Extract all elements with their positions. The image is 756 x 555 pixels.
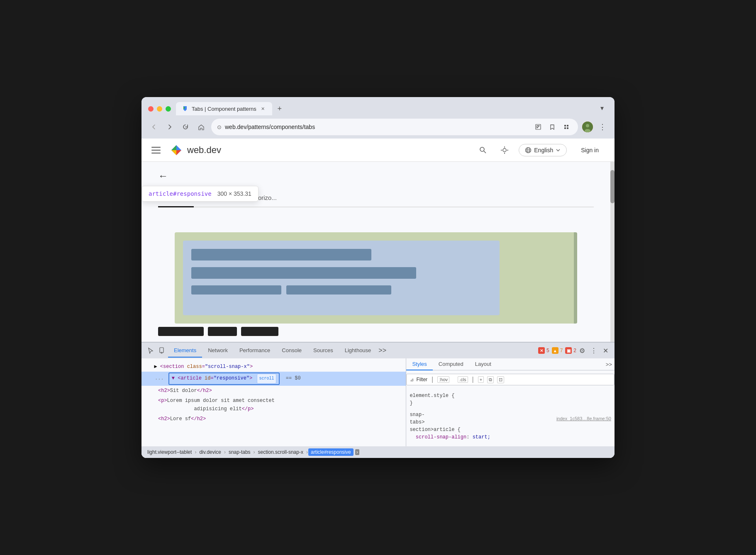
- tab-labels-container: Responsive Accessible Horizo... article#…: [141, 190, 610, 207]
- main-content: ← Responsive Accessible Horizo... articl…: [141, 162, 610, 342]
- minimize-button[interactable]: [157, 106, 162, 112]
- filter-toggle-button[interactable]: ⊡: [497, 376, 504, 383]
- devtools-body: ▶ <section class="scroll-snap-x"> ... ▼ …: [141, 358, 615, 446]
- devtools-tab-performance[interactable]: Performance: [234, 344, 276, 358]
- webdev-logo[interactable]: web.dev: [170, 144, 221, 157]
- status-badges: ✕ 5 ▲ 7 ▣ 2: [538, 347, 576, 354]
- back-button[interactable]: [148, 121, 160, 133]
- tab-close-button[interactable]: ✕: [260, 105, 266, 112]
- dom-text-p: Lorem ipsum dolor sit amet consectet adi…: [158, 398, 275, 412]
- svg-point-16: [503, 148, 506, 152]
- dom-line-section[interactable]: ▶ <section class="scroll-snap-x">: [141, 362, 406, 372]
- filter-hov-button[interactable]: :hov: [437, 376, 449, 383]
- styles-snap-src[interactable]: index_1c583…8e.frame:50: [556, 416, 611, 421]
- hamburger-icon: [151, 153, 161, 153]
- bookmark-icon[interactable]: [546, 121, 558, 133]
- dom-line-article[interactable]: ... ▼ <article id="responsive"> scroll =…: [141, 372, 406, 386]
- breadcrumb-section[interactable]: section.scroll-snap-x: [256, 448, 306, 456]
- scrollbar-thumb: [610, 170, 615, 203]
- devtools-tab-sources[interactable]: Sources: [307, 344, 339, 358]
- styles-more-button[interactable]: >>: [603, 359, 615, 370]
- language-selector[interactable]: English: [519, 144, 567, 156]
- demo-nav-tab-2: [208, 327, 237, 336]
- hamburger-button[interactable]: [150, 144, 163, 157]
- extensions-icon[interactable]: [561, 121, 572, 133]
- profile-avatar[interactable]: [582, 122, 593, 132]
- scroll-badge[interactable]: scroll: [257, 374, 276, 384]
- devtools-panel: Elements Network Performance Console Sou…: [141, 342, 615, 458]
- breadcrumb-arrow-2: ›: [224, 449, 226, 455]
- language-chevron-icon: [556, 148, 561, 153]
- open-external-icon[interactable]: [532, 121, 544, 133]
- svg-line-15: [484, 151, 486, 153]
- svg-rect-4: [567, 125, 568, 127]
- dom-ellipsis[interactable]: ...: [155, 375, 164, 381]
- info-badge[interactable]: ▣ 2: [565, 347, 576, 354]
- warning-badge[interactable]: ▲ 7: [552, 347, 563, 354]
- back-arrow-button[interactable]: ←: [158, 170, 168, 182]
- maximize-button[interactable]: [166, 106, 171, 112]
- webpage-area: web.dev English Sign in ←: [141, 139, 615, 458]
- devtools-toolbar: Elements Network Performance Console Sou…: [141, 343, 615, 358]
- breadcrumb-arrow-right[interactable]: ›: [355, 449, 359, 455]
- new-tab-button[interactable]: +: [274, 103, 285, 114]
- filter-add-button[interactable]: +: [478, 376, 484, 383]
- devtools-close-icon[interactable]: ✕: [600, 345, 611, 356]
- devtools-device-icon[interactable]: [156, 345, 168, 356]
- home-button[interactable]: [195, 121, 207, 133]
- breadcrumb-snaptabs[interactable]: snap-tabs: [226, 448, 253, 456]
- filter-separator: |: [432, 376, 433, 383]
- devtools-more-options-icon[interactable]: ⋮: [588, 345, 600, 356]
- filter-cls-button[interactable]: .cls: [458, 376, 468, 383]
- demo-block-row: [191, 285, 491, 295]
- dom-line-p[interactable]: <p>Lorem ipsum dolor sit amet consectet …: [141, 396, 406, 414]
- filter-copy-button[interactable]: ⧉: [487, 376, 494, 383]
- url-bar[interactable]: ⊙ web.dev/patterns/components/tabs: [211, 119, 578, 135]
- dom-tag-h2: <h2>: [158, 388, 170, 394]
- devtools-tab-elements[interactable]: Elements: [168, 344, 202, 358]
- breadcrumb-article[interactable]: article#responsive: [308, 448, 354, 456]
- more-options-button[interactable]: ⋮: [597, 122, 608, 131]
- tabs-bar: Tabs | Component patterns ✕ +: [176, 102, 591, 115]
- breadcrumb-viewport[interactable]: light.viewport--tablet: [145, 448, 194, 456]
- tooltip-selector: article#responsive: [149, 190, 212, 197]
- styles-tab-layout[interactable]: Layout: [469, 358, 497, 370]
- reload-button[interactable]: [180, 121, 191, 133]
- dom-line-h2-lore[interactable]: <h2>Lore sf</h2>: [141, 414, 406, 424]
- styles-rule-snap-header: snap-tabs> index_1c583…8e.frame:50: [410, 411, 611, 426]
- page-scrollbar[interactable]: [610, 162, 615, 342]
- forward-button[interactable]: [164, 121, 176, 133]
- styles-tab-computed[interactable]: Computed: [433, 358, 469, 370]
- warning-count: 7: [560, 348, 563, 353]
- devtools-more-tabs[interactable]: >>: [377, 347, 388, 354]
- dom-line-h2[interactable]: <h2>Sit dolor</h2>: [141, 386, 406, 396]
- chevron-down-icon[interactable]: ▾: [596, 102, 608, 114]
- close-button[interactable]: [148, 106, 154, 112]
- styles-tab-styles[interactable]: Styles: [406, 358, 432, 370]
- dom-selected-element[interactable]: ▼ <article id="responsive"> scroll: [168, 372, 280, 385]
- devtools-tab-lighthouse[interactable]: Lighthouse: [339, 344, 377, 358]
- error-badge[interactable]: ✕ 5: [538, 347, 549, 354]
- devtools-tab-console[interactable]: Console: [276, 344, 307, 358]
- browser-tab-active[interactable]: Tabs | Component patterns ✕: [176, 102, 272, 115]
- styles-element-style: element.style {: [410, 392, 611, 399]
- error-count: 5: [546, 348, 549, 353]
- breadcrumb-device[interactable]: div.device: [197, 448, 223, 456]
- url-text: web.dev/patterns/components/tabs: [225, 124, 529, 130]
- search-button[interactable]: [476, 143, 490, 158]
- url-security-icon: ⊙: [217, 124, 222, 130]
- styles-scroll-align: scroll-snap-align: start;: [410, 433, 611, 441]
- dom-dollar-0: == $0: [286, 375, 301, 381]
- dom-tag: <section class="scroll-snap-x">: [160, 364, 253, 370]
- demo-block-1: [191, 249, 371, 260]
- devtools-cursor-icon[interactable]: [145, 345, 156, 356]
- browser-window: Tabs | Component patterns ✕ + ▾ ⊙ web.de…: [141, 97, 615, 458]
- svg-point-21: [526, 147, 531, 153]
- signin-button[interactable]: Sign in: [573, 144, 606, 157]
- demo-wrapper: [141, 216, 610, 336]
- devtools-tab-network[interactable]: Network: [202, 344, 234, 358]
- theme-toggle-button[interactable]: [497, 143, 512, 158]
- traffic-lights: [148, 106, 171, 112]
- styles-filter-bar: ⊿ Filter | :hov .cls | + ⧉ ⊡: [406, 374, 615, 385]
- devtools-settings-icon[interactable]: ⚙: [576, 345, 588, 356]
